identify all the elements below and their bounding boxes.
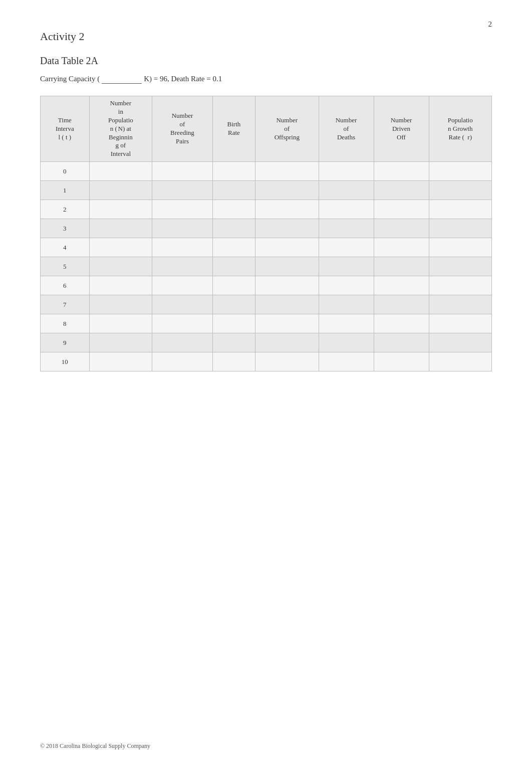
cell-data [255, 181, 319, 200]
cell-data [212, 219, 255, 238]
cell-data [212, 314, 255, 333]
cell-data [374, 238, 429, 257]
col-header-growth-rate: Population GrowthRate ( r) [429, 96, 492, 162]
cell-data [429, 162, 492, 181]
table-row: 4 [41, 238, 492, 257]
cell-data [429, 181, 492, 200]
cell-time: 0 [41, 162, 90, 181]
cell-data [89, 295, 152, 314]
cell-data [152, 352, 213, 371]
cell-data [212, 295, 255, 314]
cell-data [319, 181, 374, 200]
footer-text: © 2018 Carolina Biological Supply Compan… [40, 742, 150, 750]
table-row: 1 [41, 181, 492, 200]
cell-time: 7 [41, 295, 90, 314]
cell-data [152, 162, 213, 181]
cell-data [319, 352, 374, 371]
cell-data [255, 295, 319, 314]
cell-data [374, 314, 429, 333]
cell-data [212, 238, 255, 257]
cell-data [89, 333, 152, 352]
cell-data [212, 181, 255, 200]
cell-data [255, 238, 319, 257]
table-header-row: TimeInterval ( t ) NumberinPopulation ( … [41, 96, 492, 162]
cell-data [212, 200, 255, 219]
cell-data [89, 219, 152, 238]
cell-data [152, 200, 213, 219]
cell-data [255, 314, 319, 333]
col-header-time: TimeInterval ( t ) [41, 96, 90, 162]
cell-time: 5 [41, 257, 90, 276]
cell-data [319, 219, 374, 238]
cell-data [212, 257, 255, 276]
cell-data [319, 238, 374, 257]
cell-data [152, 295, 213, 314]
cell-time: 3 [41, 219, 90, 238]
cell-data [374, 276, 429, 295]
cell-data [319, 295, 374, 314]
cell-data [429, 295, 492, 314]
table-row: 10 [41, 352, 492, 371]
cell-data [89, 276, 152, 295]
cell-data [89, 314, 152, 333]
table-row: 5 [41, 257, 492, 276]
table-row: 9 [41, 333, 492, 352]
cell-data [374, 200, 429, 219]
table-row: 2 [41, 200, 492, 219]
cell-data [255, 200, 319, 219]
cell-data [89, 238, 152, 257]
cell-time: 8 [41, 314, 90, 333]
table-title: Data Table 2A [40, 55, 492, 67]
capacity-label: Carrying Capacity ( [40, 75, 100, 83]
cell-time: 9 [41, 333, 90, 352]
cell-data [319, 257, 374, 276]
cell-data [429, 276, 492, 295]
cell-data [212, 276, 255, 295]
capacity-blank [102, 75, 142, 84]
cell-data [374, 295, 429, 314]
cell-data [429, 352, 492, 371]
cell-time: 2 [41, 200, 90, 219]
cell-data [319, 162, 374, 181]
cell-data [152, 219, 213, 238]
col-header-birth-rate: BirthRate [212, 96, 255, 162]
cell-data [89, 181, 152, 200]
cell-data [429, 257, 492, 276]
cell-data [89, 162, 152, 181]
col-header-breeding: NumberofBreedingPairs [152, 96, 213, 162]
cell-data [152, 181, 213, 200]
cell-data [374, 181, 429, 200]
cell-time: 4 [41, 238, 90, 257]
cell-data [429, 333, 492, 352]
col-header-deaths: NumberofDeaths [319, 96, 374, 162]
cell-data [374, 162, 429, 181]
data-table: TimeInterval ( t ) NumberinPopulation ( … [40, 96, 492, 371]
cell-data [319, 333, 374, 352]
cell-data [374, 352, 429, 371]
cell-data [319, 314, 374, 333]
col-header-offspring: NumberofOffspring [255, 96, 319, 162]
table-row: 8 [41, 314, 492, 333]
cell-data [255, 352, 319, 371]
cell-data [89, 352, 152, 371]
table-row: 7 [41, 295, 492, 314]
cell-data [319, 200, 374, 219]
table-row: 3 [41, 219, 492, 238]
cell-data [255, 257, 319, 276]
table-row: 6 [41, 276, 492, 295]
cell-data [89, 200, 152, 219]
cell-data [152, 238, 213, 257]
cell-data [255, 162, 319, 181]
capacity-line: Carrying Capacity ( K) = 96, Death Rate … [40, 75, 492, 84]
cell-data [429, 314, 492, 333]
cell-data [429, 219, 492, 238]
col-header-population: NumberinPopulation ( N) atBeginning ofIn… [89, 96, 152, 162]
cell-data [212, 352, 255, 371]
cell-data [374, 333, 429, 352]
cell-data [429, 238, 492, 257]
cell-time: 6 [41, 276, 90, 295]
cell-data [255, 276, 319, 295]
cell-data [89, 257, 152, 276]
activity-title: Activity 2 [40, 30, 492, 43]
cell-data [429, 200, 492, 219]
